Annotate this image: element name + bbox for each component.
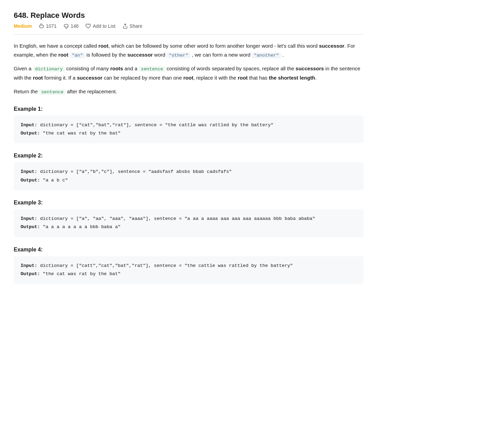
example-4-code: Input: dictionary = ["catt","cat","bat",…	[14, 256, 364, 284]
difficulty-badge: Medium	[14, 23, 32, 29]
example-2: Example 2: Input: dictionary = ["a","b",…	[14, 153, 364, 190]
problem-title: 648. Replace Words	[14, 11, 364, 20]
heart-icon	[85, 23, 91, 29]
example-1-output: Output: "the cat was rat by the bat"	[21, 129, 357, 138]
share-button[interactable]: Share	[122, 23, 142, 29]
example-4-output: Output: "the cat was rat by the bat"	[21, 270, 357, 278]
example-1-title: Example 1:	[14, 106, 364, 112]
example-2-code: Input: dictionary = ["a","b","c"], sente…	[14, 162, 364, 190]
thumbs-up-icon	[39, 23, 44, 29]
description: In English, we have a concept called roo…	[14, 42, 364, 96]
dislikes-button[interactable]: 146	[63, 23, 79, 29]
example-3-code: Input: dictionary = ["a", "aa", "aaa", "…	[14, 209, 364, 237]
example-1-code: Input: dictionary = ["cat","bat","rat"],…	[14, 116, 364, 143]
example-3-title: Example 3:	[14, 200, 364, 206]
example-2-output: Output: "a a b c"	[21, 176, 357, 185]
likes-button[interactable]: 1071	[39, 23, 57, 29]
thumbs-down-icon	[63, 23, 69, 29]
description-para3: Return the sentence after the replacemen…	[14, 87, 364, 96]
example-3-input: Input: dictionary = ["a", "aa", "aaa", "…	[21, 215, 357, 223]
add-to-list-button[interactable]: Add to List	[85, 23, 115, 29]
example-4-input: Input: dictionary = ["catt","cat","bat",…	[21, 262, 357, 270]
example-4-title: Example 4:	[14, 247, 364, 253]
example-2-title: Example 2:	[14, 153, 364, 159]
meta-row: Medium 1071 146 Add to List Share	[14, 23, 364, 35]
share-icon	[122, 23, 128, 29]
example-3-output: Output: "a a a a a a a a bbb baba a"	[21, 223, 357, 231]
example-1-input: Input: dictionary = ["cat","bat","rat"],…	[21, 121, 357, 129]
example-1: Example 1: Input: dictionary = ["cat","b…	[14, 106, 364, 143]
description-para1: In English, we have a concept called roo…	[14, 42, 364, 59]
example-3: Example 3: Input: dictionary = ["a", "aa…	[14, 200, 364, 237]
examples-container: Example 1: Input: dictionary = ["cat","b…	[14, 106, 364, 284]
description-para2: Given a dictionary consisting of many ro…	[14, 64, 364, 82]
example-4: Example 4: Input: dictionary = ["catt","…	[14, 247, 364, 284]
example-2-input: Input: dictionary = ["a","b","c"], sente…	[21, 168, 357, 176]
